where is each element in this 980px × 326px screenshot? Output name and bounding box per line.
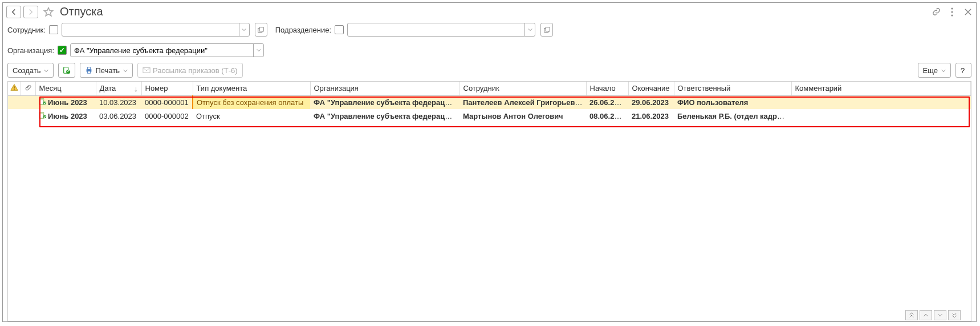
cell-warn	[8, 95, 21, 109]
nav-back-button[interactable]	[6, 6, 21, 18]
department-label: Подразделение:	[275, 26, 331, 34]
favorite-star-icon[interactable]	[43, 6, 54, 18]
cell-start: 08.06.2023	[586, 109, 628, 123]
more-button-label: Еще	[923, 66, 938, 75]
col-employee[interactable]: Сотрудник	[459, 82, 586, 95]
cell-date: 10.03.2023	[96, 95, 141, 109]
organization-filter-checkbox[interactable]	[58, 46, 67, 55]
employee-input[interactable]	[62, 23, 239, 36]
employee-combo[interactable]	[62, 23, 250, 37]
warning-icon	[10, 84, 18, 93]
table-header-row: Месяц Дата↓ Номер Тип документа Организа…	[8, 82, 971, 95]
cell-responsible: ФИО пользователя	[674, 95, 791, 109]
scroll-up-button[interactable]	[920, 310, 932, 320]
organization-input[interactable]	[71, 44, 253, 57]
mail-icon	[143, 67, 151, 74]
cell-responsible: Беленькая Р.Б. (отдел кадров)	[674, 109, 791, 123]
col-start[interactable]: Начало	[586, 82, 628, 95]
cell-end: 29.06.2023	[628, 95, 674, 109]
col-comment[interactable]: Комментарий	[791, 82, 971, 95]
kebab-menu-icon[interactable]	[948, 7, 957, 17]
table-row[interactable]: Июнь 202303.06.20230000-000002ОтпускФА "…	[8, 109, 971, 123]
department-dropdown-button[interactable]	[524, 23, 535, 36]
sort-asc-icon: ↓	[134, 84, 138, 93]
chevron-down-icon	[941, 66, 946, 75]
col-responsible[interactable]: Ответственный	[674, 82, 791, 95]
printer-icon	[85, 66, 93, 74]
doc-approved-icon	[39, 98, 47, 107]
employee-filter-checkbox[interactable]	[49, 25, 58, 34]
cell-end: 21.06.2023	[628, 109, 674, 123]
cell-doc-type: Отпуск	[193, 109, 310, 123]
close-icon[interactable]	[963, 9, 973, 15]
col-month[interactable]: Месяц	[35, 82, 96, 95]
col-organization[interactable]: Организация	[310, 82, 459, 95]
organization-dropdown-button[interactable]	[253, 44, 263, 57]
department-input[interactable]	[348, 23, 524, 36]
filter-department: Подразделение:	[275, 23, 553, 37]
cell-doc-type: Отпуск без сохранения оплаты	[193, 95, 310, 109]
svg-point-9	[67, 70, 71, 74]
svg-rect-11	[88, 67, 91, 70]
employee-dropdown-button[interactable]	[239, 23, 249, 36]
cell-org: ФА "Управление субъекта федерации"	[310, 95, 459, 109]
cell-comment	[791, 95, 971, 109]
employee-open-button[interactable]	[255, 23, 267, 37]
col-date[interactable]: Дата↓	[96, 82, 141, 95]
department-filter-checkbox[interactable]	[335, 25, 344, 34]
cell-warn	[8, 109, 21, 123]
scroll-bottom-button[interactable]	[948, 310, 961, 320]
link-icon[interactable]	[932, 7, 941, 16]
cell-start: 26.06.2023	[586, 95, 628, 109]
title-bar: Отпуска	[3, 3, 976, 21]
cell-org: ФА "Управление субъекта федерации"	[310, 109, 459, 123]
cell-attach	[21, 109, 35, 123]
scroll-top-button[interactable]	[905, 310, 918, 320]
vacation-journal-window: Отпуска Сотрудник:	[2, 2, 977, 322]
department-open-button[interactable]	[540, 23, 553, 37]
svg-rect-12	[88, 71, 91, 74]
svg-marker-0	[44, 7, 53, 15]
col-doc-type[interactable]: Тип документа	[193, 82, 310, 95]
table-nav-buttons	[905, 310, 961, 320]
svg-rect-7	[546, 27, 550, 31]
cell-number: 0000-000001	[141, 95, 193, 109]
more-button[interactable]: Еще	[918, 63, 951, 78]
help-button-label: ?	[961, 66, 965, 75]
col-attachment[interactable]	[21, 82, 35, 95]
chevron-down-icon	[44, 66, 48, 75]
nav-forward-button[interactable]	[23, 6, 38, 18]
scroll-down-button[interactable]	[934, 310, 946, 320]
cell-attach	[21, 95, 35, 109]
svg-rect-15	[14, 89, 14, 90]
cell-month: Июнь 2023	[35, 109, 96, 123]
cell-number: 0000-000002	[141, 109, 193, 123]
print-button[interactable]: Печать	[80, 63, 133, 78]
toolbar: Создать Печать Рассылка приказов (Т-6) Е…	[3, 59, 976, 80]
organization-label: Организация:	[7, 46, 54, 55]
col-number[interactable]: Номер	[141, 82, 193, 95]
col-end[interactable]: Окончание	[628, 82, 674, 95]
documents-table: Месяц Дата↓ Номер Тип документа Организа…	[8, 82, 971, 123]
department-combo[interactable]	[347, 23, 535, 37]
doc-approved-icon	[39, 112, 47, 120]
svg-point-1	[951, 7, 953, 9]
filter-area: Сотрудник: Подразделение: Орган	[3, 21, 976, 59]
col-warning[interactable]	[8, 82, 21, 95]
mail-orders-label: Рассылка приказов (Т-6)	[153, 66, 238, 75]
refresh-green-button[interactable]	[58, 63, 75, 78]
table-row[interactable]: Июнь 202310.03.20230000-000001Отпуск без…	[8, 95, 971, 109]
employee-label: Сотрудник:	[7, 26, 46, 34]
svg-point-3	[951, 14, 953, 16]
cell-employee: Пантелеев Алексей Григорьевич	[459, 95, 586, 109]
cell-date: 03.06.2023	[96, 109, 141, 123]
organization-combo[interactable]	[70, 43, 264, 57]
svg-rect-14	[14, 87, 14, 89]
help-button[interactable]: ?	[955, 63, 971, 78]
filter-employee: Сотрудник:	[7, 23, 267, 37]
mail-orders-button: Рассылка приказов (Т-6)	[137, 63, 243, 78]
documents-table-wrap: Месяц Дата↓ Номер Тип документа Организа…	[7, 81, 971, 321]
svg-rect-5	[259, 27, 263, 31]
create-button[interactable]: Создать	[7, 63, 54, 78]
page-title: Отпуска	[60, 5, 103, 18]
